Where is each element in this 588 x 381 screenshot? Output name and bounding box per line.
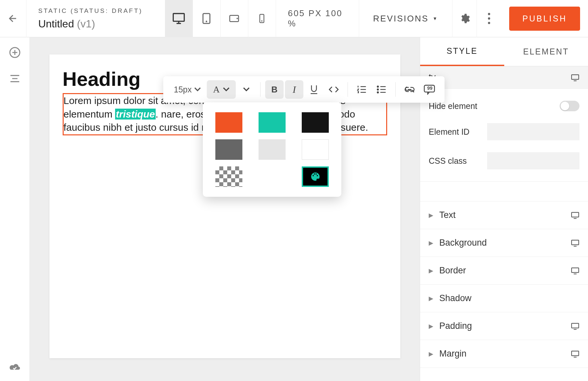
selected-text: tristique	[115, 109, 155, 120]
cloud-check-icon	[9, 363, 21, 372]
bold-button[interactable]: B	[265, 80, 284, 99]
tab-style[interactable]: STYLE	[420, 37, 504, 66]
svg-point-6	[262, 21, 263, 21]
title-block: STATIC (STATUS: DRAFT) Untitled (v1)	[26, 7, 165, 30]
color-swatch-teal[interactable]	[259, 112, 286, 133]
tablet-icon	[201, 13, 212, 24]
caret-down-icon: ▼	[433, 16, 438, 21]
chevron-down-icon	[194, 87, 201, 92]
separator	[348, 82, 348, 97]
link-icon	[405, 87, 415, 92]
element-id-input[interactable]	[487, 123, 579, 140]
css-class-input[interactable]	[487, 152, 579, 169]
plus-circle-icon	[9, 47, 21, 58]
accordion-padding[interactable]: ▶Padding	[420, 312, 588, 340]
mobile-icon	[257, 13, 267, 24]
device-mobile-button[interactable]	[248, 0, 276, 37]
panel-tabs: STYLE ELEMENT	[420, 37, 588, 66]
svg-rect-21	[572, 351, 579, 356]
device-tablet-button[interactable]	[193, 0, 220, 37]
caret-right-icon: ▶	[429, 267, 433, 274]
publish-button[interactable]: PUBLISH	[509, 7, 580, 31]
color-swatch-lightgray[interactable]	[259, 139, 286, 160]
code-icon	[328, 86, 339, 93]
inspector-panel: STYLE ELEMENT ty Hide element Element ID…	[420, 37, 588, 381]
custom-color-button[interactable]	[302, 166, 329, 187]
device-tablet-landscape-button[interactable]	[220, 0, 248, 37]
hide-element-toggle[interactable]	[560, 101, 579, 111]
link-button[interactable]	[400, 80, 419, 99]
canvas-dimensions[interactable]: 605 PX 100 %	[276, 0, 359, 37]
quote-button[interactable]: 99	[420, 80, 439, 99]
svg-rect-19	[572, 268, 579, 272]
accordion-background[interactable]: ▶Background	[420, 229, 588, 257]
separator	[395, 82, 396, 97]
page-title[interactable]: Untitled (v1)	[38, 18, 165, 30]
italic-button[interactable]: I	[285, 80, 303, 99]
gear-icon	[459, 13, 470, 24]
font-size-picker[interactable]: 15px	[169, 80, 205, 99]
desktop-icon	[571, 212, 579, 219]
svg-rect-18	[572, 240, 579, 245]
settings-button[interactable]	[452, 0, 477, 37]
accordion-text[interactable]: ▶Text	[420, 201, 588, 229]
svg-rect-17	[572, 212, 579, 217]
svg-rect-0	[173, 14, 184, 21]
center-align-button[interactable]	[10, 74, 20, 83]
more-button[interactable]	[477, 0, 501, 37]
color-swatch-white[interactable]	[302, 139, 329, 160]
font-color-button[interactable]: A	[207, 80, 236, 99]
svg-point-7	[488, 13, 490, 15]
desktop-icon	[172, 12, 185, 25]
svg-point-12	[377, 89, 379, 90]
color-swatch-black[interactable]	[302, 112, 329, 133]
desktop-icon	[571, 239, 579, 247]
color-swatch-transparent[interactable]	[215, 166, 242, 187]
quote-icon: 99	[423, 84, 435, 95]
accordion-border[interactable]: ▶Border	[420, 257, 588, 285]
add-element-button[interactable]	[9, 47, 21, 58]
chevron-down-icon	[223, 87, 230, 92]
align-center-icon	[10, 74, 20, 83]
arrow-left-icon	[7, 13, 18, 24]
device-switcher	[165, 0, 276, 37]
visibility-section-header[interactable]: ty	[420, 66, 588, 89]
page-version: (v1)	[77, 18, 95, 30]
caret-right-icon: ▶	[429, 323, 433, 330]
underline-button[interactable]	[305, 80, 323, 99]
color-picker-popover	[203, 102, 341, 197]
accordion-shadow[interactable]: ▶Shadow	[420, 285, 588, 312]
save-status	[9, 363, 21, 372]
svg-rect-20	[572, 323, 579, 328]
element-id-label: Element ID	[429, 127, 470, 137]
bullet-list-icon	[377, 85, 387, 94]
back-button[interactable]	[0, 0, 26, 37]
color-swatch-gray[interactable]	[215, 139, 242, 160]
code-button[interactable]	[325, 80, 343, 99]
more-vertical-icon	[488, 13, 490, 24]
svg-point-11	[377, 86, 379, 87]
caret-right-icon: ▶	[429, 212, 433, 219]
tab-element[interactable]: ELEMENT	[504, 37, 588, 66]
text-toolbar: 15px A B I 99	[163, 76, 445, 103]
font-family-picker[interactable]	[237, 80, 256, 99]
desktop-icon	[571, 74, 579, 81]
desktop-icon	[571, 350, 579, 358]
palette-icon	[310, 172, 321, 182]
ordered-list-button[interactable]	[353, 80, 371, 99]
desktop-icon	[571, 323, 579, 330]
svg-rect-16	[572, 75, 579, 79]
svg-point-8	[488, 17, 490, 20]
bullet-list-button[interactable]	[372, 80, 391, 99]
revisions-dropdown[interactable]: REVISIONS ▼	[359, 0, 452, 37]
device-desktop-button[interactable]	[165, 0, 193, 37]
color-swatch-orange[interactable]	[215, 112, 242, 133]
svg-point-4	[237, 18, 238, 19]
general-section: Hide element Element ID CSS class	[420, 89, 588, 182]
ordered-list-icon	[357, 85, 367, 94]
desktop-icon	[571, 267, 579, 274]
tablet-landscape-icon	[228, 13, 241, 24]
accordion-margin[interactable]: ▶Margin	[420, 340, 588, 368]
svg-point-9	[488, 22, 490, 24]
css-class-label: CSS class	[429, 156, 467, 166]
